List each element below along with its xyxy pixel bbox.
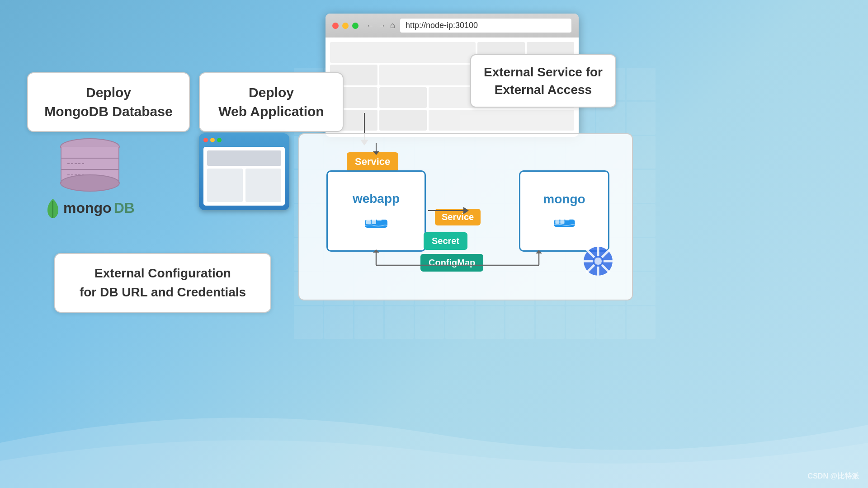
grid-cell (379, 87, 427, 108)
svg-rect-19 (565, 217, 569, 220)
k8s-diagram: Service webapp mongo (308, 143, 623, 291)
webapp-dot-red (203, 138, 208, 142)
browser-titlebar: ← → ⌂ http://node-ip:30100 (326, 14, 579, 38)
browser-url-bar[interactable]: http://node-ip:30100 (400, 18, 572, 33)
webapp-dots (203, 138, 285, 142)
grid-cell (330, 42, 476, 63)
svg-rect-18 (560, 217, 564, 220)
svg-rect-11 (366, 217, 371, 221)
external-config-box: External Configuration for DB URL and Cr… (54, 253, 271, 313)
svg-rect-12 (372, 217, 376, 221)
service-middle-badge: Service (435, 209, 481, 225)
svg-rect-17 (555, 217, 559, 220)
grid-cell (429, 110, 574, 131)
mongo-pod-box: mongo (519, 170, 609, 252)
webapp-dot-yellow (210, 138, 215, 142)
secret-badge: Secret (424, 232, 467, 250)
svg-rect-13 (377, 217, 382, 221)
deploy-webapp-box: Deploy Web Application (199, 72, 344, 132)
webapp-dot-green (217, 138, 222, 142)
mongodb-leaf-icon (45, 197, 61, 219)
webapp-card (245, 169, 281, 202)
browser-back-btn[interactable]: ← (367, 22, 374, 30)
webapp-icon (199, 133, 289, 210)
svg-rect-20 (555, 221, 559, 224)
browser-nav: ← → ⌂ http://node-ip:30100 (367, 18, 572, 33)
svg-rect-5 (61, 147, 61, 183)
mongo-box-label: mongo (543, 192, 585, 206)
docker-icon-webapp (363, 211, 390, 231)
mongodb-database-icon (54, 136, 126, 199)
webapp-inner (203, 147, 285, 206)
mongodb-db-text: DB (114, 200, 135, 216)
mongodb-text: mongo (63, 200, 112, 216)
docker-icon-mongo (552, 211, 577, 230)
webapp-bar (207, 150, 281, 166)
svg-rect-14 (366, 221, 371, 224)
external-service-badge: External Service for External Access (470, 54, 616, 108)
svg-point-36 (594, 258, 602, 265)
webapp-box-label: webapp (353, 192, 400, 206)
browser-minimize-btn[interactable] (342, 23, 349, 29)
svg-rect-21 (560, 221, 564, 224)
watermark: CSDN @比特派 (808, 472, 859, 481)
svg-rect-6 (118, 147, 119, 183)
grid-cell (379, 110, 427, 131)
svg-rect-15 (372, 221, 376, 224)
service-top-badge: Service (347, 152, 398, 171)
wave-decoration (0, 352, 868, 488)
webapp-pod-box: webapp (326, 170, 426, 252)
browser-maximize-btn[interactable] (352, 23, 359, 29)
arrow-webapp-service (428, 210, 464, 211)
webapp-card (207, 169, 243, 202)
svg-point-2 (61, 175, 119, 191)
browser-close-btn[interactable] (332, 23, 339, 29)
kubernetes-helm-icon (582, 245, 614, 277)
deploy-mongodb-box: Deploy MongoDB Database (27, 72, 190, 132)
browser-forward-btn[interactable]: → (378, 22, 386, 30)
mongodb-icon: mongo DB (45, 136, 135, 219)
k8s-diagram-container: Service webapp mongo (298, 133, 633, 300)
browser-home-btn[interactable]: ⌂ (390, 21, 395, 30)
configmap-badge: ConfigMap (420, 254, 483, 272)
